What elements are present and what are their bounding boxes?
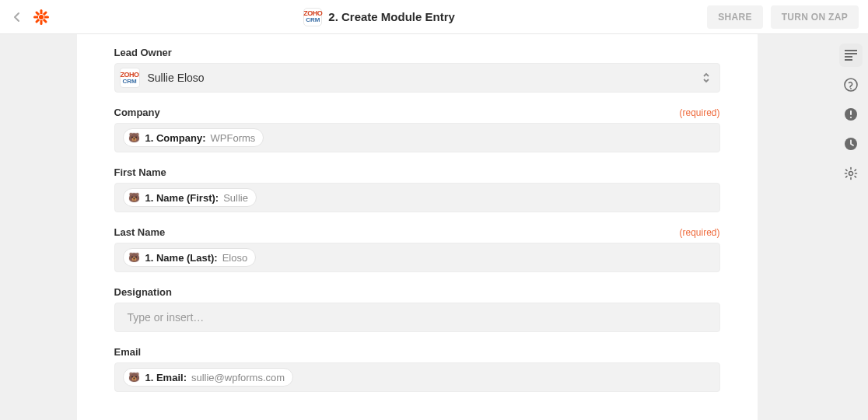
zoho-icon: ZOHO CRM [303,10,322,23]
input-email[interactable]: 🐻 1. Email: sullie@wpforms.com [114,362,720,392]
svg-point-5 [39,15,44,19]
alert-icon [844,107,858,121]
gear-icon [844,166,858,180]
field-lead-owner: Lead Owner ZOHOCRM Sullie Eloso [114,47,720,93]
pill-first-name-value: Sullie [223,192,248,204]
help-icon [844,78,858,92]
zoho-small-icon: ZOHOCRM [120,68,140,88]
pill-company[interactable]: 🐻 1. Company: WPForms [123,128,264,147]
label-company: Company [114,107,160,118]
placeholder-designation: Type or insert… [123,311,205,324]
wpforms-icon: 🐻 [128,251,141,264]
pill-company-value: WPForms [211,132,256,144]
step-app-icon: ZOHO CRM [303,8,322,26]
top-actions: SHARE TURN ON ZAP [707,5,859,29]
label-lead-owner: Lead Owner [114,47,172,58]
svg-point-7 [850,88,852,89]
pill-last-name-value: Eloso [222,252,248,264]
rail-history-button[interactable] [839,132,863,156]
label-first-name: First Name [114,166,166,178]
svg-point-10 [850,117,852,118]
select-caret-icon [702,72,710,83]
field-email: Email 🐻 1. Email: sullie@wpforms.com [114,346,720,392]
label-designation: Designation [114,286,172,298]
zapier-logo [31,7,51,27]
field-last-name: Last Name (required) 🐻 1. Name (Last): E… [114,226,720,272]
share-button[interactable]: SHARE [707,5,763,29]
wpforms-icon: 🐻 [128,191,141,204]
input-first-name[interactable]: 🐻 1. Name (First): Sullie [114,183,720,212]
rail-help-button[interactable] [839,73,863,96]
label-email: Email [114,346,142,358]
wpforms-icon: 🐻 [128,371,141,383]
turn-on-zap-button[interactable]: TURN ON ZAP [771,5,859,29]
pill-last-name-label: 1. Name (Last): [145,252,218,264]
pill-email-value: sullie@wpforms.com [191,372,285,383]
top-bar: ZOHO CRM 2. Create Module Entry SHARE TU… [0,0,868,34]
form-panel: Lead Owner ZOHOCRM Sullie Eloso [77,34,758,420]
pill-company-label: 1. Company: [145,132,206,144]
pill-email-label: 1. Email: [145,372,187,383]
field-company: Company (required) 🐻 1. Company: WPForms [114,107,720,152]
input-designation[interactable]: Type or insert… [114,303,720,332]
pill-first-name[interactable]: 🐻 1. Name (First): Sullie [123,188,257,207]
pill-first-name-label: 1. Name (First): [145,192,219,204]
select-lead-owner-value: Sullie Eloso [148,72,205,84]
chevron-left-icon [13,12,21,23]
step-title: 2. Create Module Entry [328,10,455,23]
input-last-name[interactable]: 🐻 1. Name (Last): Eloso [114,243,720,272]
svg-rect-9 [850,110,852,115]
outline-icon [845,50,857,61]
required-last-name: (required) [679,227,719,238]
field-first-name: First Name 🐻 1. Name (First): Sullie [114,166,720,212]
clock-icon [844,137,858,151]
label-last-name: Last Name [114,226,166,238]
wpforms-icon: 🐻 [128,131,141,144]
select-lead-owner[interactable]: ZOHOCRM Sullie Eloso [114,63,720,93]
step-header: ZOHO CRM 2. Create Module Entry [58,8,701,26]
asterisk-icon [32,8,51,26]
rail-alerts-button[interactable] [839,103,863,126]
required-company: (required) [679,107,719,118]
field-designation: Designation Type or insert… [114,286,720,332]
input-company[interactable]: 🐻 1. Company: WPForms [114,123,720,152]
rail-outline-button[interactable] [839,44,863,67]
back-button[interactable] [9,9,25,25]
rail-settings-button[interactable] [839,162,863,185]
pill-email[interactable]: 🐻 1. Email: sullie@wpforms.com [123,368,294,387]
right-rail [834,34,868,420]
pill-last-name[interactable]: 🐻 1. Name (Last): Eloso [123,248,257,267]
